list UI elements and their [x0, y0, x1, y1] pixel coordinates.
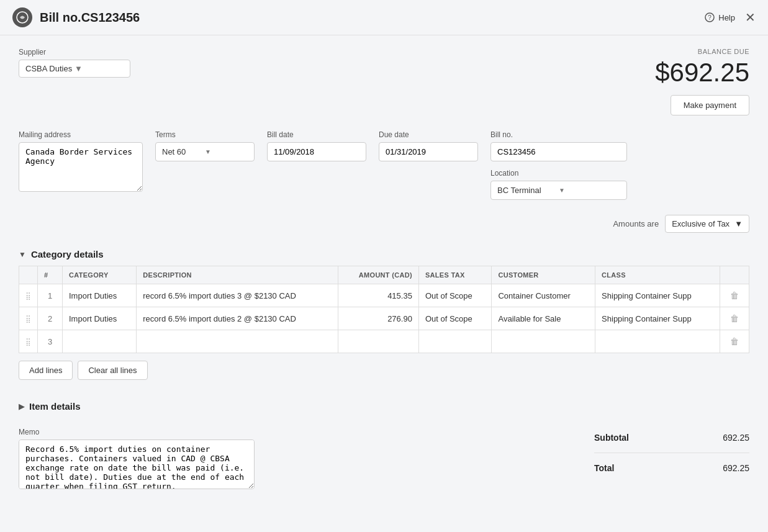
item-details-header[interactable]: ▶ Item details: [19, 395, 749, 418]
category-section-header[interactable]: ▼ Category details: [19, 243, 749, 266]
item-details-title: Item details: [29, 401, 81, 412]
due-date-input[interactable]: [379, 142, 478, 161]
row-number: 3: [38, 330, 63, 353]
mailing-address-label: Mailing address: [19, 130, 143, 139]
amounts-are-select[interactable]: Exclusive of Tax ▼: [665, 215, 749, 233]
amount-cell[interactable]: 415.35: [338, 284, 418, 307]
balance-section: BALANCE DUE $692.25 Make payment: [655, 48, 749, 115]
class-cell[interactable]: Shipping Container Supp: [595, 307, 720, 330]
drag-handle-icon[interactable]: ⣿: [25, 315, 31, 323]
sales-tax-cell[interactable]: Out of Scope: [418, 284, 492, 307]
th-sales-tax: SALES TAX: [418, 266, 492, 284]
main-content: Supplier CSBA Duties ▼ BALANCE DUE $692.…: [0, 35, 768, 503]
subtotal-value: 692.25: [723, 433, 749, 443]
amounts-are-row: Amounts are Exclusive of Tax ▼: [19, 215, 749, 233]
memo-label: Memo: [19, 428, 255, 436]
terms-label: Terms: [155, 130, 255, 139]
logo-icon: [12, 7, 32, 27]
location-dropdown-arrow: ▼: [559, 187, 620, 194]
sales-tax-cell[interactable]: [418, 330, 492, 353]
supplier-section: Supplier CSBA Duties ▼: [19, 48, 655, 78]
header-right: ? Help ✕: [705, 10, 756, 25]
table-row: ⣿ 1 Import Duties record 6.5% import dut…: [19, 284, 749, 307]
item-details-section: ▶ Item details: [19, 395, 749, 418]
terms-dropdown-arrow: ▼: [205, 148, 248, 155]
balance-amount: $692.25: [655, 58, 749, 88]
th-amount: AMOUNT (CAD): [338, 266, 418, 284]
customer-cell[interactable]: Container Customer: [492, 284, 595, 307]
make-payment-button[interactable]: Make payment: [671, 95, 749, 115]
delete-cell: 🗑: [720, 307, 749, 330]
amounts-are-arrow: ▼: [734, 219, 743, 228]
total-row: Total 692.25: [594, 458, 749, 478]
subtotal-row: Subtotal 692.25: [594, 428, 749, 448]
class-cell[interactable]: [595, 330, 720, 353]
category-section: ▼ Category details # CATEGORY DESCRIPTIO…: [19, 243, 749, 380]
app-header: Bill no.CS123456 ? Help ✕: [0, 0, 768, 35]
due-date-field: Due date: [379, 130, 478, 161]
category-cell[interactable]: Import Duties: [63, 307, 137, 330]
balance-label: BALANCE DUE: [655, 48, 749, 55]
close-button[interactable]: ✕: [745, 10, 756, 25]
supplier-value: CSBA Duties: [25, 64, 75, 73]
form-fields-row: Mailing address Terms Net 60 ▼ Bill date…: [19, 130, 749, 200]
clear-lines-button[interactable]: Clear all lines: [78, 361, 147, 380]
customer-cell[interactable]: Available for Sale: [492, 307, 595, 330]
terms-field: Terms Net 60 ▼: [155, 130, 255, 161]
supplier-dropdown-arrow: ▼: [75, 64, 124, 73]
total-label: Total: [594, 463, 614, 473]
location-label: Location: [490, 169, 627, 178]
bill-date-input[interactable]: [267, 142, 366, 161]
mailing-address-input[interactable]: [19, 142, 143, 192]
delete-row-button[interactable]: 🗑: [726, 312, 743, 325]
delete-cell: 🗑: [720, 330, 749, 353]
table-row: ⣿ 3 🗑: [19, 330, 749, 353]
drag-handle-icon[interactable]: ⣿: [25, 292, 31, 300]
description-cell[interactable]: record 6.5% import duties 2 @ $2130 CAD: [137, 307, 338, 330]
totals-divider: [594, 453, 749, 453]
delete-row-button[interactable]: 🗑: [726, 335, 743, 348]
th-customer: CUSTOMER: [492, 266, 595, 284]
page-title: Bill no.CS123456: [40, 11, 140, 25]
item-details-arrow: ▶: [19, 402, 24, 411]
description-cell[interactable]: [137, 330, 338, 353]
amount-cell[interactable]: 276.90: [338, 307, 418, 330]
help-button[interactable]: ? Help: [705, 12, 735, 22]
add-lines-button[interactable]: Add lines: [19, 361, 73, 380]
location-field: Location BC Terminal ▼: [490, 169, 627, 200]
bill-no-input[interactable]: [490, 142, 627, 161]
memo-input[interactable]: [19, 440, 255, 489]
row-number: 2: [38, 307, 63, 330]
bill-no-label: Bill no.: [490, 130, 627, 139]
class-cell[interactable]: Shipping Container Supp: [595, 284, 720, 307]
delete-row-button[interactable]: 🗑: [726, 289, 743, 302]
amounts-are-label: Amounts are: [613, 219, 659, 228]
right-fields: Bill no. Location BC Terminal ▼: [490, 130, 627, 200]
bill-date-field: Bill date: [267, 130, 366, 161]
category-collapse-arrow: ▼: [19, 250, 26, 259]
bottom-section: Memo Subtotal 692.25 Total 692.25: [19, 428, 749, 491]
location-select[interactable]: BC Terminal ▼: [490, 181, 627, 200]
delete-cell: 🗑: [720, 284, 749, 307]
category-cell[interactable]: [63, 330, 137, 353]
terms-select[interactable]: Net 60 ▼: [155, 142, 255, 161]
table-actions: Add lines Clear all lines: [19, 361, 749, 380]
memo-section: Memo: [19, 428, 255, 491]
drag-handle-cell: ⣿: [19, 284, 38, 307]
th-drag: [19, 266, 38, 284]
sales-tax-cell[interactable]: Out of Scope: [418, 307, 492, 330]
th-category: CATEGORY: [63, 266, 137, 284]
header-left: Bill no.CS123456: [12, 7, 140, 27]
category-cell[interactable]: Import Duties: [63, 284, 137, 307]
top-section: Supplier CSBA Duties ▼ BALANCE DUE $692.…: [19, 48, 749, 115]
th-delete: [720, 266, 749, 284]
description-cell[interactable]: record 6.5% import duties 3 @ $2130 CAD: [137, 284, 338, 307]
category-table: # CATEGORY DESCRIPTION AMOUNT (CAD) SALE…: [19, 266, 749, 353]
th-description: DESCRIPTION: [137, 266, 338, 284]
drag-handle-cell: ⣿: [19, 330, 38, 353]
customer-cell[interactable]: [492, 330, 595, 353]
amount-cell[interactable]: [338, 330, 418, 353]
drag-handle-icon[interactable]: ⣿: [25, 338, 31, 346]
help-icon: ?: [705, 12, 715, 22]
supplier-select[interactable]: CSBA Duties ▼: [19, 60, 130, 78]
